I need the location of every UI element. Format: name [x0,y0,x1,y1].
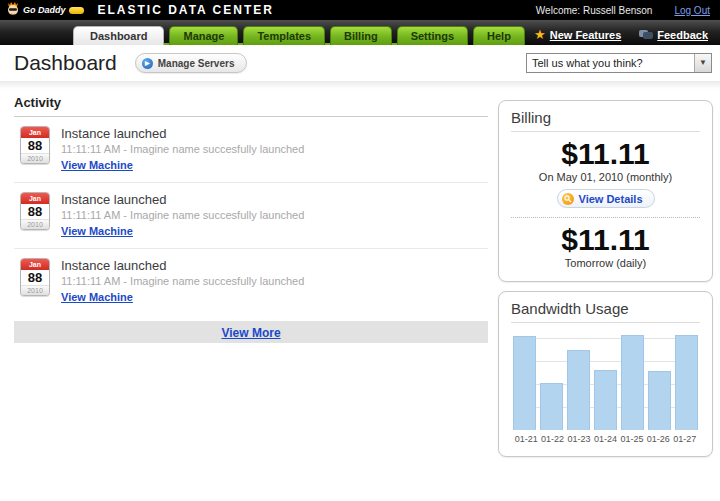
calendar-year: 2010 [21,153,49,163]
x-tick-label: 01-27 [672,434,698,444]
godaddy-logo-pill [69,7,84,14]
activity-row: Jan882010Instance launched11:11:11 AM - … [14,183,488,249]
welcome-text: Welcome: Russell Benson [536,5,653,16]
new-features-label[interactable]: New Features [550,29,622,41]
magnifier-icon [562,193,574,205]
feedback-link[interactable]: Feedback [639,29,708,41]
calendar-month: Jan [21,127,49,138]
bandwidth-card: Bandwidth Usage 01-2101-2201-2301-2401-2… [498,291,713,457]
bar-01-27 [675,335,698,430]
billing-heading: Billing [511,109,700,132]
calendar-year: 2010 [21,219,49,229]
calendar-month: Jan [21,259,49,270]
view-machine-link[interactable]: View Machine [61,159,133,171]
bar-01-24 [594,370,617,430]
view-more-link[interactable]: View More [221,326,280,340]
view-machine-link[interactable]: View Machine [61,225,133,237]
feedback-select-value: Tell us what you think? [527,57,694,69]
activity-section: Activity Jan882010Instance launched11:11… [14,91,488,457]
activity-list: Jan882010Instance launched11:11:11 AM - … [14,117,488,314]
godaddy-logo-text: Go Daddy [23,5,66,15]
chevron-down-icon: ▼ [694,54,711,72]
bandwidth-chart: 01-2101-2201-2301-2401-2501-2601-27 [511,335,700,444]
play-circle-icon: ▶ [142,58,153,69]
bar-01-26 [648,371,671,430]
chart-plot-area [513,335,698,430]
calendar-icon: Jan882010 [20,192,50,230]
x-tick-label: 01-24 [592,434,618,444]
view-details-button[interactable]: View Details [557,189,655,208]
godaddy-logo[interactable]: Go Daddy [6,2,84,18]
calendar-day: 88 [21,138,49,153]
activity-detail: 11:11:11 AM - Imagine name succesfully l… [61,275,304,287]
activity-detail: 11:11:11 AM - Imagine name succesfully l… [61,143,304,155]
activity-row: Jan882010Instance launched11:11:11 AM - … [14,117,488,183]
billing-card: Billing $11.11 On May 01, 2010 (monthly)… [498,100,713,282]
calendar-month: Jan [21,193,49,204]
log-out-link[interactable]: Log Out [674,5,710,16]
tab-settings[interactable]: Settings [397,26,468,45]
header-shadow [0,81,720,89]
feedback-select[interactable]: Tell us what you think? ▼ [526,53,712,73]
tab-help[interactable]: Help [473,26,525,45]
x-tick-label: 01-23 [566,434,592,444]
billing-monthly-note: On May 01, 2010 (monthly) [511,171,700,183]
manage-servers-button[interactable]: ▶ Manage Servers [135,53,248,73]
calendar-icon: Jan882010 [20,258,50,296]
activity-title: Instance launched [61,192,304,207]
calendar-day: 88 [21,204,49,219]
calendar-year: 2010 [21,285,49,295]
page-header: Dashboard ▶ Manage Servers Tell us what … [0,45,720,81]
x-tick-label: 01-25 [619,434,645,444]
view-machine-link[interactable]: View Machine [61,291,133,303]
activity-row: Jan882010Instance launched11:11:11 AM - … [14,249,488,314]
app-title: ELASTIC DATA CENTER [98,3,274,17]
feedback-label[interactable]: Feedback [657,29,708,41]
view-more-bar[interactable]: View More [14,321,488,343]
activity-heading: Activity [14,91,488,117]
tab-manage[interactable]: Manage [169,26,238,45]
billing-daily-note: Tomorrow (daily) [511,257,700,269]
calendar-day: 88 [21,270,49,285]
bar-01-22 [540,383,563,430]
top-bar: Go Daddy ELASTIC DATA CENTER Welcome: Ru… [0,0,720,20]
bar-01-21 [513,336,536,430]
x-tick-label: 01-22 [539,434,565,444]
billing-daily-amount: $11.11 [511,224,700,256]
tab-billing[interactable]: Billing [330,26,392,45]
x-tick-label: 01-21 [513,434,539,444]
nav-bar: DashboardManageTemplatesBillingSettingsH… [0,20,720,45]
page-title: Dashboard [14,51,117,75]
x-tick-label: 01-26 [645,434,671,444]
star-icon: ★ [534,29,546,41]
tab-bar: DashboardManageTemplatesBillingSettingsH… [73,26,525,45]
speech-bubbles-icon [639,30,653,41]
bar-01-23 [567,350,590,430]
godaddy-mascot-icon [6,2,20,18]
calendar-icon: Jan882010 [20,126,50,164]
activity-title: Instance launched [61,258,304,273]
chart-x-axis: 01-2101-2201-2301-2401-2501-2601-27 [513,434,698,444]
tab-dashboard[interactable]: Dashboard [73,26,164,45]
tab-templates[interactable]: Templates [243,26,325,45]
manage-servers-label: Manage Servers [158,58,235,69]
view-details-label: View Details [579,193,643,205]
activity-title: Instance launched [61,126,304,141]
bandwidth-heading: Bandwidth Usage [511,300,700,323]
bar-01-25 [621,335,644,430]
new-features-link[interactable]: ★ New Features [534,29,621,41]
activity-detail: 11:11:11 AM - Imagine name succesfully l… [61,209,304,221]
billing-divider [511,217,700,218]
billing-monthly-amount: $11.11 [511,138,700,170]
